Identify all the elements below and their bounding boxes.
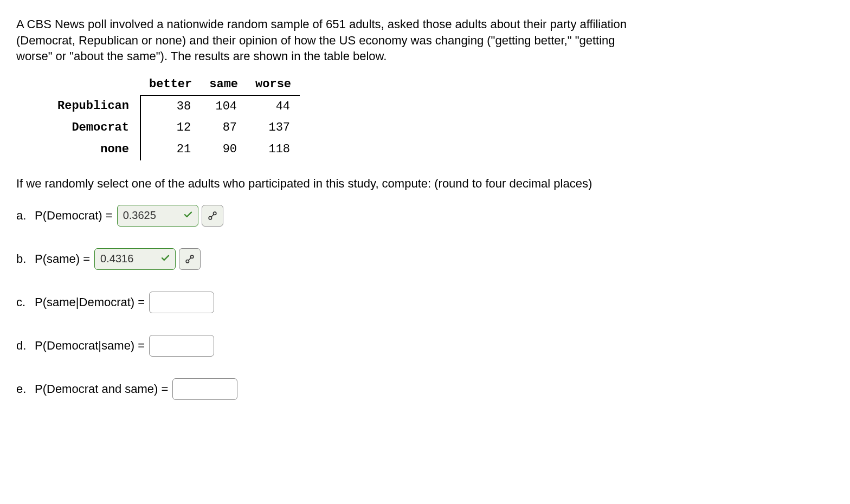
question-text: P(same) = bbox=[35, 251, 90, 267]
retry-icon bbox=[184, 254, 195, 264]
retry-icon bbox=[207, 210, 218, 221]
cell: 21 bbox=[140, 139, 201, 160]
question-text: P(Democrat and same) = bbox=[35, 381, 168, 397]
row-label-democrat: Democrat bbox=[49, 117, 140, 139]
col-header-same: same bbox=[201, 74, 247, 95]
question-text: P(Democrat|same) = bbox=[35, 338, 145, 354]
table-row: Democrat 12 87 137 bbox=[49, 117, 300, 139]
row-label-republican: Republican bbox=[49, 95, 140, 118]
question-text: P(same|Democrat) = bbox=[35, 294, 145, 311]
cell: 12 bbox=[140, 117, 201, 139]
col-header-better: better bbox=[140, 74, 201, 95]
question-letter: e. bbox=[16, 381, 35, 397]
question-c: c. P(same|Democrat) = bbox=[16, 292, 834, 313]
cell: 44 bbox=[247, 95, 300, 118]
table-row: none 21 90 118 bbox=[49, 139, 300, 160]
question-list: a. P(Democrat) = b. P(same) = bbox=[16, 205, 834, 400]
answer-input-b[interactable] bbox=[94, 248, 176, 270]
question-b: b. P(same) = bbox=[16, 248, 834, 270]
instruction-text: If we randomly select one of the adults … bbox=[16, 176, 640, 192]
col-header-worse: worse bbox=[247, 74, 300, 95]
cell: 137 bbox=[247, 117, 300, 139]
cell: 87 bbox=[201, 117, 247, 139]
answer-input-c[interactable] bbox=[149, 292, 214, 313]
question-letter: a. bbox=[16, 208, 35, 224]
svg-line-2 bbox=[211, 214, 214, 217]
retry-button[interactable] bbox=[179, 248, 201, 270]
table-row: Republican 38 104 44 bbox=[49, 95, 300, 118]
data-table: better same worse Republican 38 104 44 D… bbox=[49, 74, 300, 160]
answer-input-d[interactable] bbox=[149, 335, 214, 357]
cell: 104 bbox=[201, 95, 247, 118]
question-letter: d. bbox=[16, 338, 35, 354]
cell: 118 bbox=[247, 139, 300, 160]
question-letter: b. bbox=[16, 251, 35, 267]
answer-input-a[interactable] bbox=[117, 205, 198, 227]
question-text: P(Democrat) = bbox=[35, 208, 113, 224]
row-label-none: none bbox=[49, 139, 140, 160]
cell: 90 bbox=[201, 139, 247, 160]
answer-input-e[interactable] bbox=[172, 378, 237, 400]
retry-button[interactable] bbox=[202, 205, 223, 227]
question-intro: A CBS News poll involved a nationwide ra… bbox=[16, 16, 640, 64]
svg-line-5 bbox=[189, 257, 191, 260]
question-a: a. P(Democrat) = bbox=[16, 205, 834, 227]
question-e: e. P(Democrat and same) = bbox=[16, 378, 834, 400]
question-d: d. P(Democrat|same) = bbox=[16, 335, 834, 357]
cell: 38 bbox=[140, 95, 201, 118]
question-letter: c. bbox=[16, 294, 35, 311]
